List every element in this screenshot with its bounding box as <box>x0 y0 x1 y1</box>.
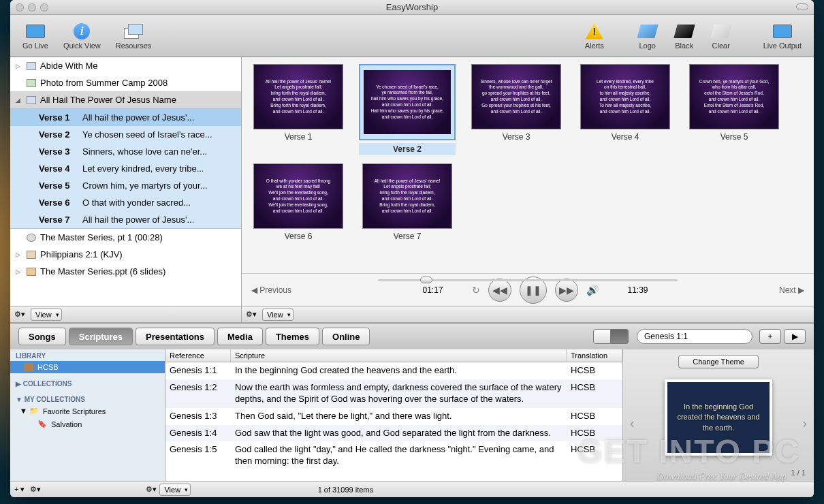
volume-button[interactable]: 🔊 <box>586 284 599 296</box>
transport-bar: ◀ Previous 01:17 ↻ ◀◀ ❚❚ ▶▶ 🔊 11:39 Next… <box>242 273 814 306</box>
verse-row[interactable]: Verse 5Crown him, ye martyrs of your... <box>10 177 241 194</box>
nav-item-salvation[interactable]: 🔖 Salvation <box>10 418 165 430</box>
slide-item[interactable]: O that with yonder sacred throngwe at hi… <box>251 163 345 241</box>
gear-menu-button[interactable]: ⚙︎▾ <box>146 484 159 495</box>
verse-row[interactable]: Verse 7All hail the power of Jesus'... <box>10 211 241 228</box>
tab-themes[interactable]: Themes <box>266 328 319 345</box>
table-row[interactable]: Genesis 1:1In the beginning God created … <box>165 362 622 379</box>
nav-header-collections[interactable]: ▶ COLLECTIONS <box>10 377 165 389</box>
gear-menu-button[interactable]: ⚙︎▾ <box>14 309 28 320</box>
book-icon <box>24 363 33 371</box>
slide-item[interactable]: Ye chosen seed of Israel's race,ye ranso… <box>360 64 454 155</box>
cell-scripture: Now the earth was formless and empty, da… <box>231 379 567 408</box>
table-row[interactable]: Genesis 1:5God called the light "day," a… <box>165 441 622 470</box>
schedule-item[interactable]: Photo from Summer Camp 2008 <box>10 74 241 91</box>
cell-translation: HCSB <box>567 425 622 442</box>
scripture-table[interactable]: Reference Scripture Translation Genesis … <box>165 349 623 481</box>
song-icon <box>27 62 36 70</box>
library-tabs: SongsScripturesPresentationsMediaThemesO… <box>10 324 814 349</box>
gear-menu-button[interactable]: ⚙︎▾ <box>246 309 259 320</box>
schedule-item[interactable]: The Master Series, pt 1 (00:28) <box>10 229 241 246</box>
tab-presentations[interactable]: Presentations <box>136 328 215 345</box>
disclosure-icon[interactable]: ▷ <box>16 63 22 69</box>
nav-header-my-collections[interactable]: ▼ MY COLLECTIONS <box>10 393 165 405</box>
verse-row[interactable]: Verse 1All hail the power of Jesus'... <box>10 109 241 126</box>
table-row[interactable]: Genesis 1:4God saw that the light was go… <box>165 425 622 442</box>
logo-button[interactable]: Logo <box>631 21 664 51</box>
library-search-input[interactable] <box>637 329 752 344</box>
progress-thumb[interactable] <box>420 277 432 283</box>
schedule-item-expanded[interactable]: ◢ All Hail The Power Of Jesus Name <box>10 91 241 108</box>
tab-online[interactable]: Online <box>322 328 370 345</box>
schedule-item-title: All Hail The Power Of Jesus Name <box>40 95 176 105</box>
quick-view-button[interactable]: i Quick View <box>58 21 106 51</box>
change-theme-button[interactable]: Change Theme <box>678 355 759 368</box>
resources-button[interactable]: Resourses <box>110 21 157 51</box>
loop-button[interactable]: ↻ <box>472 285 480 296</box>
disclosure-icon[interactable]: ▷ <box>16 268 22 275</box>
preview-slide[interactable]: In the beginning God created the heavens… <box>665 379 772 456</box>
main-toolbar: Go Live i Quick View Resourses Alerts Lo… <box>10 15 814 57</box>
go-live-scripture-button[interactable]: ▶ <box>784 329 806 344</box>
go-live-button[interactable]: Go Live <box>17 21 54 51</box>
live-output-button[interactable]: Live Output <box>758 21 807 51</box>
cell-translation: HCSB <box>567 441 622 470</box>
view-mode-segmented[interactable] <box>593 329 629 344</box>
add-button[interactable]: + ▾ <box>14 485 25 494</box>
schedule-item[interactable]: ▷ Abide With Me <box>10 57 241 74</box>
col-reference[interactable]: Reference <box>165 349 231 362</box>
col-scripture[interactable]: Scripture <box>231 349 567 362</box>
col-translation[interactable]: Translation <box>567 349 622 362</box>
verse-preview: Let every kindred, every tribe... <box>82 163 204 174</box>
tab-scriptures[interactable]: Scriptures <box>69 328 133 345</box>
progress-slider[interactable] <box>378 277 678 283</box>
go-live-label: Go Live <box>22 42 48 50</box>
library-view-select[interactable]: View <box>159 484 191 496</box>
previous-button[interactable]: ◀ Previous <box>251 285 291 295</box>
alert-icon <box>586 23 603 40</box>
table-row[interactable]: Genesis 1:3Then God said, "Let there be … <box>165 408 622 425</box>
next-button[interactable]: Next ▶ <box>779 285 804 295</box>
cell-translation: HCSB <box>567 379 622 408</box>
preview-next-button[interactable]: › <box>802 415 807 431</box>
tab-songs[interactable]: Songs <box>18 328 66 345</box>
view-mode-grid[interactable] <box>593 329 611 344</box>
verse-number: Verse 7 <box>39 215 76 225</box>
preview-view-select[interactable]: View <box>262 309 294 321</box>
verse-number: Verse 3 <box>39 146 76 157</box>
verse-row[interactable]: Verse 2Ye chosen seed of Israel's race..… <box>10 126 241 143</box>
schedule-list[interactable]: ▷ Abide With Me Photo from Summer Camp 2… <box>10 57 241 306</box>
add-scripture-button[interactable]: + <box>759 329 781 344</box>
table-row[interactable]: Genesis 1:2Now the earth was formless an… <box>165 379 622 408</box>
slide-item[interactable]: Let every kindred, every tribeon this te… <box>578 64 672 155</box>
view-mode-list[interactable] <box>611 329 629 344</box>
slide-item[interactable]: Sinners, whose love can ne'er forgetthe … <box>469 64 563 155</box>
disclosure-icon[interactable]: ◢ <box>16 97 22 104</box>
preview-prev-button[interactable]: ‹ <box>630 415 635 431</box>
table-header[interactable]: Reference Scripture Translation <box>165 349 622 362</box>
clear-button[interactable]: Clear <box>705 21 738 51</box>
verse-row[interactable]: Verse 3Sinners, whose love can ne'er... <box>10 143 241 160</box>
titlebar[interactable]: EasyWorship <box>10 0 814 15</box>
slide-item[interactable]: All hail the power of Jesus' name!Let an… <box>251 64 345 155</box>
alerts-button[interactable]: Alerts <box>578 21 611 51</box>
nav-item-hcsb[interactable]: HCSB <box>10 361 165 373</box>
disclosure-icon[interactable]: ▷ <box>16 251 22 258</box>
gear-menu-button[interactable]: ⚙︎▾ <box>30 484 44 495</box>
image-icon <box>27 79 36 87</box>
cell-reference: Genesis 1:4 <box>165 425 231 442</box>
black-button[interactable]: Black <box>668 21 701 51</box>
slides-grid[interactable]: All hail the power of Jesus' name!Let an… <box>242 57 814 273</box>
library-nav[interactable]: LIBRARY HCSB ▶ COLLECTIONS ▼ MY COLLECTI… <box>10 349 165 481</box>
verse-row[interactable]: Verse 4Let every kindred, every tribe... <box>10 160 241 177</box>
slide-item[interactable]: Crown him, ye martyrs of your God,who fr… <box>687 64 781 155</box>
tab-media[interactable]: Media <box>217 328 263 345</box>
schedule-item[interactable]: ▷ Philippians 2:1 (KJV) <box>10 246 241 263</box>
slide-item[interactable]: All hail the power of Jesus' name!Let an… <box>360 163 454 241</box>
total-time: 11:39 <box>628 285 648 295</box>
verse-row[interactable]: Verse 6O that with yonder sacred... <box>10 194 241 211</box>
toolbar-toggle-pill[interactable] <box>796 3 808 10</box>
schedule-item[interactable]: ▷ The Master Series.ppt (6 slides) <box>10 263 241 280</box>
schedule-view-select[interactable]: View <box>31 309 62 321</box>
nav-item-favorite[interactable]: ▼ 📁 Favorite Scriptures <box>10 405 165 418</box>
